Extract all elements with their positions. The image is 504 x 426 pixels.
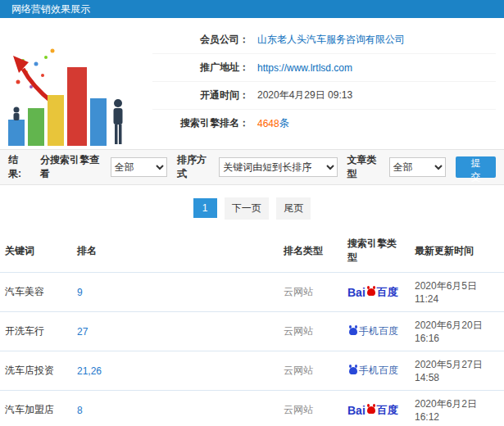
baidu-paw-icon: [349, 328, 357, 335]
member-info-panel: 会员公司： 山东老人头汽车服务咨询有限公司 推广地址： https://www.…: [0, 18, 504, 149]
baidu-wordmark: Bai: [347, 404, 366, 417]
open-time-value: 2020年4月29日 09:13: [257, 88, 352, 102]
engine-label: 百度: [377, 285, 398, 300]
info-row-open-time: 开通时间： 2020年4月29日 09:13: [152, 82, 496, 110]
baidu-paw-icon: [367, 288, 375, 296]
last-page-link[interactable]: 尾页: [276, 197, 311, 220]
info-row-rank-count: 搜索引擎排名： 4648 条: [152, 110, 496, 137]
keyword-cell: 汽车加盟店: [0, 391, 72, 426]
updated-cell: 2020年6月20日 16:16: [410, 312, 504, 351]
rank-count-label: 搜索引擎排名：: [152, 116, 249, 130]
col-header-rank-type: 排名类型: [279, 229, 343, 273]
sort-select[interactable]: 关键词由短到长排序: [219, 157, 337, 177]
search-engine-badge: Bai手机百度: [347, 364, 398, 378]
keyword-cell: 开洗车行: [0, 312, 72, 351]
rank-link[interactable]: 8: [77, 405, 83, 416]
engine-filter-label: 分搜索引擎查看: [40, 153, 107, 181]
info-row-company: 会员公司： 山东老人头汽车服务咨询有限公司: [152, 26, 496, 54]
table-row: 开洗车行 27 云网站 Bai手机百度 2020年6月20日 16:16: [0, 312, 504, 351]
promo-url-link[interactable]: https://www.lrtlsd.com: [257, 62, 352, 74]
rank-type-cell: 云网站: [279, 273, 343, 312]
engine-label: 手机百度: [359, 364, 398, 378]
keyword-cell: 汽车美容: [0, 273, 72, 312]
search-engine-badge: Bai百度: [347, 285, 398, 300]
keyword-rank-table: 关键词 排名 排名类型 搜索引擎类型 最新更新时间 汽车美容 9 云网站 Bai…: [0, 229, 504, 426]
baidu-wordmark: Bai: [347, 286, 366, 299]
col-header-rank: 排名: [72, 229, 279, 273]
next-page-link[interactable]: 下一页: [225, 197, 269, 220]
submit-button[interactable]: 提交: [456, 156, 496, 178]
search-engine-badge: Bai手机百度: [347, 324, 398, 338]
rank-count-unit: 条: [279, 116, 289, 130]
page-number-current[interactable]: 1: [193, 198, 217, 218]
rank-link[interactable]: 21,26: [77, 365, 102, 377]
rank-count-value: 4648: [257, 118, 279, 129]
keyword-cell: 洗车店投资: [0, 351, 72, 391]
rank-type-cell: 云网站: [279, 351, 343, 391]
engine-label: 手机百度: [359, 324, 398, 338]
rank-type-cell: 云网站: [279, 312, 343, 351]
bar-chart-graphic: [3, 25, 144, 147]
engine-select[interactable]: 全部: [111, 157, 167, 177]
col-header-keyword: 关键词: [0, 229, 72, 273]
baidu-paw-icon: [349, 367, 357, 374]
updated-cell: 2020年6月2日 16:12: [410, 391, 504, 426]
info-row-url: 推广地址： https://www.lrtlsd.com: [152, 54, 496, 82]
rank-type-cell: 云网站: [279, 391, 343, 426]
open-time-label: 开通时间：: [152, 88, 249, 102]
baidu-paw-icon: [367, 406, 375, 414]
marketing-chart-illustration: [3, 25, 144, 147]
app-header: 网络营销效果展示: [0, 0, 504, 18]
search-engine-badge: Bai百度: [347, 403, 398, 418]
rank-link[interactable]: 27: [77, 326, 88, 338]
updated-cell: 2020年5月27日 14:58: [410, 351, 504, 391]
type-filter-label: 文章类型: [347, 153, 385, 181]
sort-filter-label: 排序方式: [177, 153, 215, 181]
table-row: 汽车加盟店 8 云网站 Bai百度 2020年6月2日 16:12: [0, 391, 504, 426]
filter-bar: 结果: 分搜索引擎查看 全部 排序方式 关键词由短到长排序 文章类型 全部 提交: [0, 149, 504, 185]
col-header-engine-type: 搜索引擎类型: [343, 229, 410, 273]
company-link[interactable]: 山东老人头汽车服务咨询有限公司: [257, 33, 405, 47]
result-section-label: 结果:: [8, 153, 30, 181]
promo-url-label: 推广地址：: [152, 61, 249, 75]
company-label: 会员公司：: [152, 33, 249, 47]
pagination: 1 下一页 尾页: [0, 185, 504, 229]
engine-label: 百度: [377, 403, 398, 418]
table-header-row: 关键词 排名 排名类型 搜索引擎类型 最新更新时间: [0, 229, 504, 273]
table-row: 洗车店投资 21,26 云网站 Bai手机百度 2020年5月27日 14:58: [0, 351, 504, 391]
member-info-list: 会员公司： 山东老人头汽车服务咨询有限公司 推广地址： https://www.…: [152, 25, 496, 147]
filter-controls: 分搜索引擎查看 全部 排序方式 关键词由短到长排序 文章类型 全部 提交: [30, 153, 496, 181]
type-select[interactable]: 全部: [389, 157, 446, 177]
page-title: 网络营销效果展示: [11, 3, 90, 15]
updated-cell: 2020年6月5日 11:24: [410, 273, 504, 312]
table-row: 汽车美容 9 云网站 Bai百度 2020年6月5日 11:24: [0, 273, 504, 312]
col-header-updated: 最新更新时间: [410, 229, 504, 273]
rank-link[interactable]: 9: [77, 287, 83, 298]
